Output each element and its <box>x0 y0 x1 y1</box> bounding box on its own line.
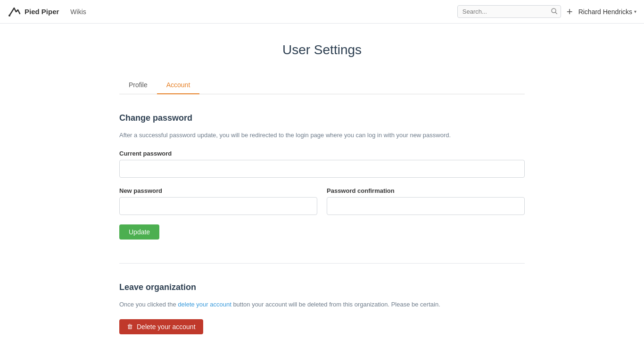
current-password-group: Current password <box>119 150 525 178</box>
user-name: Richard Hendricks <box>578 8 632 16</box>
change-password-section: Change password After a successful passw… <box>119 113 525 240</box>
new-password-input[interactable] <box>119 197 317 215</box>
user-menu[interactable]: Richard Hendricks ▾ <box>578 8 636 16</box>
search-container <box>457 5 561 18</box>
page-title: User Settings <box>119 42 525 58</box>
current-password-input[interactable] <box>119 160 525 178</box>
tab-profile[interactable]: Profile <box>119 76 157 94</box>
brand-name: Pied Piper <box>25 8 59 16</box>
chevron-down-icon: ▾ <box>634 9 636 14</box>
search-icon <box>551 8 557 14</box>
brand-link[interactable]: Pied Piper <box>8 5 59 18</box>
add-button[interactable]: + <box>567 7 573 17</box>
leave-organization-section: Leave organization Once you clicked the … <box>119 282 525 334</box>
wikis-link[interactable]: Wikis <box>70 8 86 16</box>
password-confirmation-group: Password confirmation <box>327 187 525 215</box>
navbar: Pied Piper Wikis + Richard Hendricks ▾ <box>0 0 644 24</box>
password-confirmation-input[interactable] <box>327 197 525 215</box>
new-password-group: New password <box>119 187 317 215</box>
search-input[interactable] <box>457 5 561 18</box>
update-button[interactable]: Update <box>119 224 159 240</box>
leave-organization-description: Once you clicked the delete your account… <box>119 300 525 310</box>
current-password-label: Current password <box>119 150 525 157</box>
delete-account-label: Delete your account <box>137 323 196 331</box>
svg-point-0 <box>8 15 10 17</box>
change-password-title: Change password <box>119 113 525 123</box>
tabs: Profile Account <box>119 76 525 94</box>
search-icon-button[interactable] <box>551 8 557 16</box>
change-password-description: After a successful password update, you … <box>119 131 525 141</box>
tab-account[interactable]: Account <box>157 76 200 94</box>
delete-account-button[interactable]: 🗑 Delete your account <box>119 319 203 334</box>
svg-line-2 <box>555 12 557 14</box>
password-confirmation-label: Password confirmation <box>327 187 525 194</box>
brand-icon <box>8 5 21 18</box>
leave-organization-title: Leave organization <box>119 282 525 292</box>
new-password-label: New password <box>119 187 317 194</box>
password-row: New password Password confirmation <box>119 187 525 224</box>
main-content: User Settings Profile Account Change pas… <box>110 24 534 364</box>
trash-icon: 🗑 <box>127 323 133 330</box>
section-divider <box>119 263 525 264</box>
